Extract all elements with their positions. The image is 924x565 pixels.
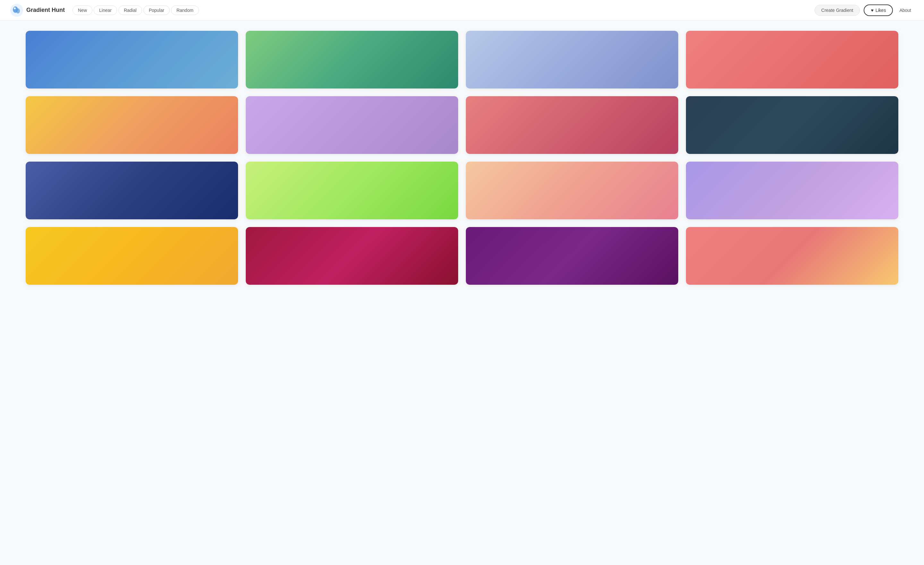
gradient-card[interactable]: [26, 162, 238, 219]
svg-point-2: [16, 8, 20, 13]
nav-random[interactable]: Random: [171, 6, 199, 15]
heart-icon: ♥: [871, 8, 873, 13]
likes-button[interactable]: ♥ Likes: [864, 4, 893, 16]
gradient-swatch: [686, 31, 898, 88]
main-header: Gradient Hunt New Linear Radial Popular …: [0, 0, 924, 21]
gradient-card[interactable]: [26, 227, 238, 285]
gradient-card[interactable]: [686, 96, 898, 154]
gradient-swatch: [686, 227, 898, 285]
create-gradient-button[interactable]: Create Gradient: [814, 5, 860, 16]
about-link[interactable]: About: [897, 6, 914, 15]
likes-label: Likes: [876, 8, 886, 13]
gradient-swatch: [466, 162, 678, 219]
gradient-swatch: [246, 227, 458, 285]
main-content: [0, 21, 924, 295]
nav-popular[interactable]: Popular: [143, 6, 170, 15]
gradient-card[interactable]: [686, 31, 898, 88]
logo-text: Gradient Hunt: [26, 7, 65, 13]
gradient-swatch: [246, 31, 458, 88]
logo-icon: [10, 4, 23, 16]
gradient-swatch: [466, 227, 678, 285]
gradient-card[interactable]: [466, 162, 678, 219]
gradient-grid: [26, 31, 898, 285]
gradient-swatch: [686, 96, 898, 154]
header-right: Create Gradient ♥ Likes About: [814, 4, 914, 16]
nav-links: New Linear Radial Popular Random: [72, 6, 199, 15]
gradient-card[interactable]: [246, 162, 458, 219]
svg-point-3: [14, 7, 16, 9]
gradient-swatch: [246, 162, 458, 219]
gradient-card[interactable]: [466, 96, 678, 154]
header-left: Gradient Hunt New Linear Radial Popular …: [10, 4, 199, 16]
gradient-swatch: [466, 31, 678, 88]
nav-new[interactable]: New: [72, 6, 92, 15]
gradient-card[interactable]: [246, 227, 458, 285]
gradient-swatch: [246, 96, 458, 154]
gradient-card[interactable]: [26, 96, 238, 154]
nav-linear[interactable]: Linear: [94, 6, 117, 15]
gradient-swatch: [466, 96, 678, 154]
nav-radial[interactable]: Radial: [118, 6, 142, 15]
gradient-swatch: [26, 227, 238, 285]
gradient-card[interactable]: [686, 162, 898, 219]
gradient-card[interactable]: [686, 227, 898, 285]
gradient-card[interactable]: [466, 227, 678, 285]
gradient-card[interactable]: [246, 31, 458, 88]
gradient-swatch: [686, 162, 898, 219]
gradient-card[interactable]: [246, 96, 458, 154]
gradient-card[interactable]: [466, 31, 678, 88]
gradient-swatch: [26, 162, 238, 219]
logo[interactable]: Gradient Hunt: [10, 4, 65, 16]
gradient-swatch: [26, 31, 238, 88]
gradient-card[interactable]: [26, 31, 238, 88]
gradient-swatch: [26, 96, 238, 154]
